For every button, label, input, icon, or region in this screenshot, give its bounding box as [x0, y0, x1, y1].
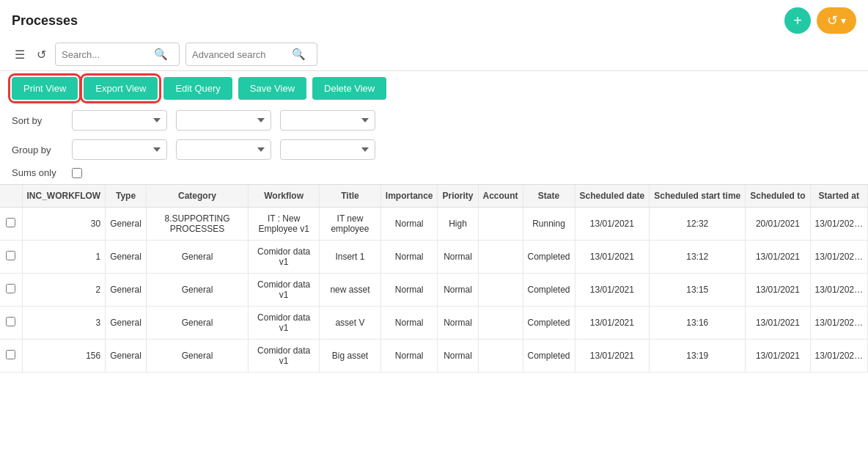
row-checkbox[interactable]: [6, 284, 15, 293]
action-buttons-row: Print View Export View Edit Query Save V…: [0, 71, 868, 106]
col-workflow[interactable]: Workflow: [249, 185, 320, 208]
toolbar: ☰ ↺ 🔍 🔍: [0, 38, 868, 71]
export-view-button[interactable]: Export View: [84, 77, 158, 100]
col-scheduled-date[interactable]: Scheduled date: [575, 185, 650, 208]
row-scheduled-date: 13/01/2021: [575, 307, 650, 340]
row-workflow: Comidor data v1: [249, 307, 320, 340]
row-category: 8.SUPPORTING PROCESSES: [146, 208, 248, 241]
refresh-icon: ↺: [37, 48, 46, 61]
sums-only-checkbox[interactable]: [72, 168, 82, 178]
row-started-at: 13/01/202…: [810, 307, 867, 340]
row-priority: Normal: [438, 274, 478, 307]
row-account: [478, 340, 523, 373]
col-started-at[interactable]: Started at: [810, 185, 867, 208]
col-scheduled-start-time[interactable]: Scheduled start time: [650, 185, 746, 208]
row-importance: Normal: [380, 307, 438, 340]
row-priority: Normal: [438, 241, 478, 274]
row-scheduled-start: 13:12: [650, 241, 746, 274]
row-scheduled-to: 13/01/2021: [746, 274, 810, 307]
row-scheduled-to: 13/01/2021: [746, 340, 810, 373]
table-row[interactable]: 2 General General Comidor data v1 new as…: [0, 274, 868, 307]
row-started-at: 13/01/202…: [810, 274, 867, 307]
col-type[interactable]: Type: [106, 185, 147, 208]
row-category: General: [146, 340, 248, 373]
row-scheduled-date: 13/01/2021: [575, 241, 650, 274]
row-checkbox-cell: [0, 208, 22, 241]
row-workflow: Comidor data v1: [249, 241, 320, 274]
row-category: General: [146, 241, 248, 274]
sums-only-row: Sums only: [0, 164, 868, 184]
col-account[interactable]: Account: [478, 185, 523, 208]
row-checkbox[interactable]: [6, 350, 15, 359]
menu-icon: ☰: [15, 48, 25, 61]
row-checkbox-cell: [0, 340, 22, 373]
refresh-button[interactable]: ↺: [34, 45, 49, 65]
col-checkbox: [0, 185, 22, 208]
row-started-at: 13/01/202…: [810, 208, 867, 241]
advanced-search-input[interactable]: [192, 49, 287, 60]
row-checkbox[interactable]: [6, 317, 15, 326]
row-state: Completed: [523, 241, 575, 274]
row-priority: High: [438, 208, 478, 241]
row-scheduled-date: 13/01/2021: [575, 274, 650, 307]
row-state: Running: [523, 208, 575, 241]
row-priority: Normal: [438, 340, 478, 373]
group-by-select-2[interactable]: [176, 139, 271, 160]
col-inc-workflow[interactable]: INC_WORKFLOW: [22, 185, 106, 208]
row-started-at: 13/01/202…: [810, 241, 867, 274]
row-inc: 156: [22, 340, 106, 373]
sort-by-select-2[interactable]: [176, 110, 271, 131]
search-input[interactable]: [62, 49, 150, 60]
row-scheduled-start: 13:15: [650, 274, 746, 307]
group-by-select-3[interactable]: [280, 139, 375, 160]
row-checkbox[interactable]: [6, 251, 15, 260]
table-row[interactable]: 3 General General Comidor data v1 asset …: [0, 307, 868, 340]
group-by-select-1[interactable]: [72, 139, 167, 160]
print-view-button[interactable]: Print View: [12, 77, 78, 100]
header: Processes + ↺ ▾: [0, 0, 868, 38]
row-workflow: Comidor data v1: [249, 274, 320, 307]
row-account: [478, 241, 523, 274]
menu-button[interactable]: ☰: [12, 45, 28, 65]
refresh-dropdown-button[interactable]: ↺ ▾: [817, 7, 856, 34]
row-inc: 1: [22, 241, 106, 274]
search-icon: 🔍: [154, 48, 168, 61]
col-priority[interactable]: Priority: [438, 185, 478, 208]
delete-view-button[interactable]: Delete View: [312, 77, 386, 100]
table-row[interactable]: 1 General General Comidor data v1 Insert…: [0, 241, 868, 274]
save-view-button[interactable]: Save View: [238, 77, 306, 100]
row-importance: Normal: [380, 274, 438, 307]
row-scheduled-start: 13:19: [650, 340, 746, 373]
row-type: General: [106, 241, 147, 274]
row-state: Completed: [523, 274, 575, 307]
row-workflow: IT : New Employee v1: [249, 208, 320, 241]
col-state[interactable]: State: [523, 185, 575, 208]
row-title: IT new employee: [320, 208, 381, 241]
row-checkbox[interactable]: [6, 218, 15, 227]
row-category: General: [146, 307, 248, 340]
col-category[interactable]: Category: [146, 185, 248, 208]
sort-by-select-1[interactable]: [72, 110, 167, 131]
row-checkbox-cell: [0, 241, 22, 274]
dropdown-icon: ▾: [841, 15, 846, 26]
row-scheduled-to: 13/01/2021: [746, 241, 810, 274]
page: Processes + ↺ ▾ ☰ ↺ 🔍 🔍 Print View Expor…: [0, 0, 868, 465]
group-by-label: Group by: [12, 144, 63, 155]
col-importance[interactable]: Importance: [380, 185, 438, 208]
row-state: Completed: [523, 307, 575, 340]
row-inc: 2: [22, 274, 106, 307]
page-title: Processes: [12, 13, 78, 29]
col-scheduled-to[interactable]: Scheduled to: [746, 185, 810, 208]
edit-query-button[interactable]: Edit Query: [163, 77, 232, 100]
table-row[interactable]: 30 General 8.SUPPORTING PROCESSES IT : N…: [0, 208, 868, 241]
add-button[interactable]: +: [784, 7, 811, 34]
sort-by-row: Sort by: [0, 106, 868, 135]
row-category: General: [146, 274, 248, 307]
table-row[interactable]: 156 General General Comidor data v1 Big …: [0, 340, 868, 373]
col-title[interactable]: Title: [320, 185, 381, 208]
row-scheduled-start: 12:32: [650, 208, 746, 241]
row-checkbox-cell: [0, 274, 22, 307]
sort-by-select-3[interactable]: [280, 110, 375, 131]
row-title: Big asset: [320, 340, 381, 373]
row-inc: 3: [22, 307, 106, 340]
